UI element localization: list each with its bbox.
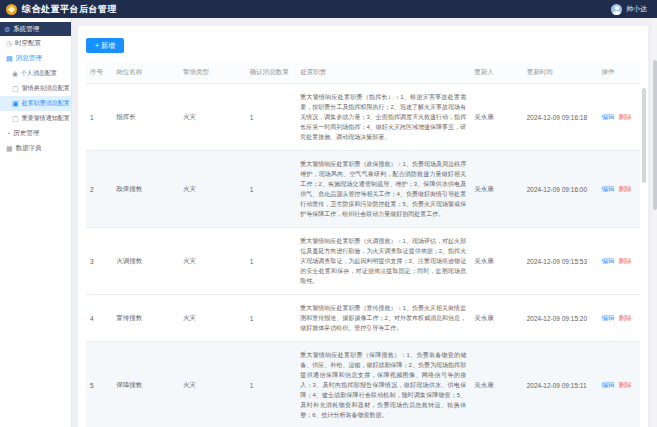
cell-duty: 重大警情响应处置职责（火调搜救）：1、现场评估，对起火部位及蔓延方向进行勘验，为… — [296, 228, 470, 295]
doc-icon: ▢ — [12, 115, 19, 122]
column-header: 操作 — [598, 62, 641, 84]
edit-link[interactable]: 编辑 — [602, 314, 615, 321]
sidebar-item-处置职责消息配置[interactable]: ▣ 处置职责消息配置 — [0, 96, 71, 111]
column-header: 确认消息数量 — [246, 62, 297, 84]
cell-index: 1 — [86, 84, 112, 151]
cell-update-time: 2024-12-09 09:15:11 — [523, 342, 598, 427]
cell-actions: 编辑删除 — [598, 228, 641, 295]
config-table: 序号岗位名称警情类型确认消息数量处置职责更新人更新时间操作 1 指挥长 火灾 1… — [86, 62, 640, 427]
sidebar-item-label: 数据字典 — [16, 144, 42, 153]
cell-message-count: 1 — [246, 342, 297, 427]
sidebar-item-历史管理[interactable]: ◔ 历史管理 — [0, 126, 71, 141]
edit-link[interactable]: 编辑 — [602, 257, 615, 264]
doc-icon: ▢ — [12, 85, 19, 92]
doc-icon: ▣ — [12, 100, 19, 107]
sidebar-item-重要警情通知配置[interactable]: ▢ 重要警情通知配置 — [0, 111, 71, 126]
sidebar: ⚙ 系统管理 ◷ 时空配置 ▤ 消息管理 ◉ 个人消息配置 ▢ 警情类别消息配置… — [0, 18, 72, 427]
edit-link[interactable]: 编辑 — [602, 113, 615, 120]
cell-update-time: 2024-12-09 09:16:00 — [523, 151, 598, 228]
delete-link[interactable]: 删除 — [619, 113, 632, 120]
clock-icon: ◷ — [6, 40, 12, 47]
cell-message-count: 1 — [246, 84, 297, 151]
table-row: 5 保障搜救 火灾 1 重大警情响应处置职责（保障搜救）：1、负责装备物资的储备… — [86, 342, 640, 427]
cell-update-time: 2024-12-09 09:16:18 — [523, 84, 598, 151]
cell-alert-type: 火灾 — [179, 84, 246, 151]
page-scrollbar[interactable] — [652, 18, 657, 427]
user-avatar[interactable] — [611, 4, 622, 15]
edit-link[interactable]: 编辑 — [602, 381, 615, 388]
cell-index: 2 — [86, 151, 112, 228]
content-card: + 新增 序号岗位名称警情类型确认消息数量处置职责更新人更新时间操作 1 指挥长… — [78, 26, 648, 427]
cell-updater: 吴永康 — [470, 295, 523, 342]
sidebar-group-label: 系统管理 — [13, 25, 39, 34]
sidebar-item-个人消息配置[interactable]: ◉ 个人消息配置 — [0, 66, 71, 81]
sidebar-group-system[interactable]: ⚙ 系统管理 — [0, 22, 71, 36]
cell-actions: 编辑删除 — [598, 151, 641, 228]
sidebar-item-label: 历史管理 — [13, 129, 39, 138]
cell-alert-type: 火灾 — [179, 342, 246, 427]
cell-message-count: 1 — [246, 228, 297, 295]
cell-duty: 重大警情响应处置职责（宣传搜救）：1、负责火灾相关舆情监测和宣传报道、摄影摄像工… — [296, 295, 470, 342]
cell-update-time: 2024-12-09 09:15:20 — [523, 295, 598, 342]
column-header: 岗位名称 — [112, 62, 179, 84]
delete-link[interactable]: 删除 — [619, 314, 632, 321]
sidebar-item-label: 警情类别消息配置 — [22, 84, 70, 93]
sidebar-item-消息管理[interactable]: ▤ 消息管理 — [0, 51, 71, 66]
cell-message-count: 1 — [246, 295, 297, 342]
cell-updater: 吴永康 — [470, 84, 523, 151]
edit-link[interactable]: 编辑 — [602, 185, 615, 192]
column-header: 更新人 — [470, 62, 523, 84]
cell-update-time: 2024-12-09 09:15:53 — [523, 228, 598, 295]
table-row: 1 指挥长 火灾 1 重大警情响应处置职责（指挥长）：1、根据灾害事故处置需要，… — [86, 84, 640, 151]
delete-link[interactable]: 删除 — [619, 257, 632, 264]
table-row: 2 政保搜救 火灾 1 重大警情响应处置职责（政保搜救）：1、负责现场及周边秩序… — [86, 151, 640, 228]
column-header: 更新时间 — [523, 62, 598, 84]
table-header-row: 序号岗位名称警情类型确认消息数量处置职责更新人更新时间操作 — [86, 62, 640, 84]
cell-actions: 编辑删除 — [598, 84, 641, 151]
cell-position-name: 保障搜救 — [112, 342, 179, 427]
cell-position-name: 火调搜救 — [112, 228, 179, 295]
cell-alert-type: 火灾 — [179, 228, 246, 295]
column-header: 警情类型 — [179, 62, 246, 84]
cell-updater: 吴永康 — [470, 151, 523, 228]
add-button[interactable]: + 新增 — [86, 38, 124, 53]
cell-alert-type: 火灾 — [179, 295, 246, 342]
sidebar-item-label: 重要警情通知配置 — [22, 114, 70, 123]
cell-position-name: 政保搜救 — [112, 151, 179, 228]
sidebar-item-时空配置[interactable]: ◷ 时空配置 — [0, 36, 71, 51]
cell-duty: 重大警情响应处置职责（政保搜救）：1、负责现场及周边秩序维护，现场风向、空气气象… — [296, 151, 470, 228]
column-header: 序号 — [86, 62, 112, 84]
topbar: 综合处置平台后台管理 帅小达 — [0, 0, 657, 18]
cell-position-name: 指挥长 — [112, 84, 179, 151]
history-icon: ◔ — [6, 130, 10, 137]
user-icon: ◉ — [12, 70, 18, 77]
cell-alert-type: 火灾 — [179, 151, 246, 228]
cell-index: 5 — [86, 342, 112, 427]
page-scrollbar-thumb[interactable] — [653, 60, 657, 210]
gear-icon: ⚙ — [4, 26, 10, 33]
cell-duty: 重大警情响应处置职责（保障搜救）：1、负责装备物资的储备、供应、补给、运输，做好… — [296, 342, 470, 427]
book-icon: ▦ — [6, 145, 13, 152]
cell-message-count: 1 — [246, 151, 297, 228]
table-scrollbar[interactable] — [642, 88, 646, 183]
app-title: 综合处置平台后台管理 — [22, 3, 117, 16]
delete-link[interactable]: 删除 — [619, 381, 632, 388]
cell-updater: 吴永康 — [470, 228, 523, 295]
sidebar-item-label: 消息管理 — [16, 54, 42, 63]
cell-updater: 吴永康 — [470, 342, 523, 427]
cell-actions: 编辑删除 — [598, 295, 641, 342]
username[interactable]: 帅小达 — [626, 4, 647, 14]
cell-actions: 编辑删除 — [598, 342, 641, 427]
delete-link[interactable]: 删除 — [619, 185, 632, 192]
cell-index: 3 — [86, 228, 112, 295]
sidebar-item-label: 时空配置 — [15, 39, 41, 48]
message-icon: ▤ — [6, 55, 13, 62]
cell-position-name: 宣传搜救 — [112, 295, 179, 342]
main-content: + 新增 序号岗位名称警情类型确认消息数量处置职责更新人更新时间操作 1 指挥长… — [73, 18, 652, 427]
sidebar-item-数据字典[interactable]: ▦ 数据字典 — [0, 141, 71, 156]
cell-duty: 重大警情响应处置职责（指挥长）：1、根据灾害事故处置需要，按职责分工及指挥权限执… — [296, 84, 470, 151]
sidebar-menu: ◷ 时空配置 ▤ 消息管理 ◉ 个人消息配置 ▢ 警情类别消息配置 ▣ 处置职责… — [0, 36, 71, 156]
sidebar-item-label: 个人消息配置 — [21, 69, 57, 78]
sidebar-item-警情类别消息配置[interactable]: ▢ 警情类别消息配置 — [0, 81, 71, 96]
sidebar-item-label: 处置职责消息配置 — [22, 99, 70, 108]
